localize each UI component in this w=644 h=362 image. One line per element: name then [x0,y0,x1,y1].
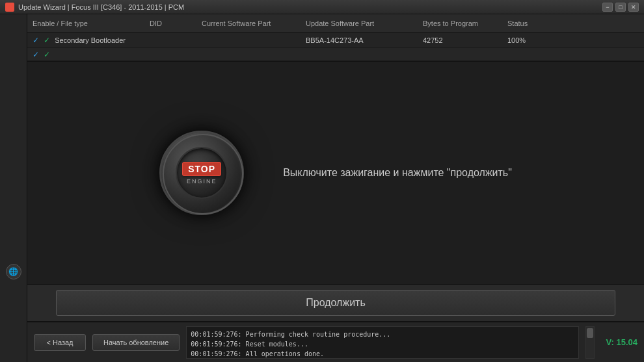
row-name: Secondary Bootloader [55,36,126,44]
continue-button[interactable]: Продолжить [56,290,615,316]
log-line-2: 00:01:59:276: Reset modules... [191,339,574,349]
check-green-icon: ✓ [44,36,50,45]
stop-label: STOP [182,162,221,176]
message-text: Выключите зажигание и нажмите "продолжит… [283,167,512,179]
back-button[interactable]: < Назад [34,334,86,351]
left-sidebar: 🌐 [0,14,27,362]
stop-engine-button[interactable]: STOP ENGINE [159,131,244,215]
close-button[interactable]: ✕ [628,3,639,12]
title-text: Update Wizard | Focus III [C346] - 2011-… [5,3,184,12]
log-scrollbar[interactable] [585,326,595,359]
table-row-second: ✓ ✓ [27,48,644,61]
row-enable-cell: ✓ ✓ Secondary Bootloader [33,36,150,45]
table-header: Enable / File type DID Current Software … [27,14,644,32]
content-area: Enable / File type DID Current Software … [27,14,644,362]
check-green-icon-2: ✓ [44,50,50,59]
table-body: ✓ ✓ Secondary Bootloader BB5A-14C273-AA … [27,32,644,62]
row-status-cell: 100% [507,36,639,44]
log-scroll-thumb [587,328,593,338]
world-icon[interactable]: 🌐 [6,264,21,279]
table-row: ✓ ✓ Secondary Bootloader BB5A-14C273-AA … [27,32,644,48]
title-label: Update Wizard | Focus III [C346] - 2011-… [18,3,184,11]
engine-label: ENGINE [187,178,217,185]
log-line-3: 00:01:59:276: All operations done. [191,349,574,359]
col-header-update: Update Software Part [306,19,423,27]
main-container: 🌐 Enable / File type DID Current Softwar… [0,14,644,362]
col-header-bytes: Bytes to Program [423,19,507,27]
stop-inner-circle: STOP ENGINE [176,147,228,199]
continue-area: Продолжить [27,284,644,322]
log-line-1: 00:01:59:276: Performing check routine p… [191,330,574,339]
check-blue-icon: ✓ [33,36,39,45]
row-bytes-cell: 42752 [423,36,507,44]
row-update-cell: BB5A-14C273-AA [306,36,423,44]
update-button[interactable]: Начать обновление [92,334,180,351]
log-area: 00:01:59:276: Performing check routine p… [186,326,578,359]
row2-icons: ✓ ✓ [33,50,150,59]
col-header-status: Status [507,19,639,27]
center-area: STOP ENGINE Выключите зажигание и нажмит… [27,62,644,284]
version-label: V: 15.04 [606,337,637,347]
title-bar: Update Wizard | Focus III [C346] - 2011-… [0,0,644,14]
check-blue-icon-2: ✓ [33,50,39,59]
app-icon [5,3,14,12]
col-header-current: Current Software Part [202,19,306,27]
col-header-did: DID [150,19,202,27]
col-header-enable: Enable / File type [33,19,150,27]
maximize-button[interactable]: □ [615,3,626,12]
title-controls: − □ ✕ [602,3,639,12]
bottom-area: < Назад Начать обновление 00:01:59:276: … [27,322,644,362]
minimize-button[interactable]: − [602,3,613,12]
